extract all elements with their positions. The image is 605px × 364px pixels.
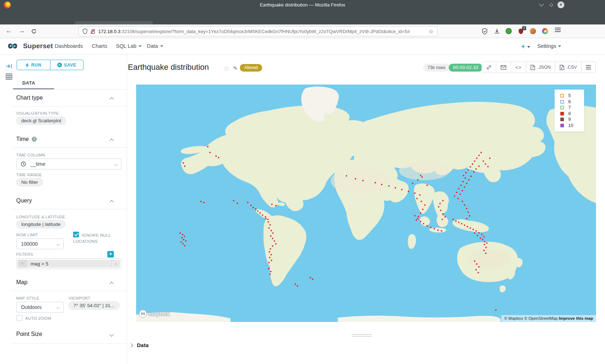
earthquake-point — [473, 171, 475, 173]
extension-green-icon[interactable] — [506, 28, 512, 34]
section-time[interactable]: Timei — [16, 136, 37, 142]
edit-title-icon[interactable]: ✎ — [233, 65, 238, 72]
window-titlebar: Earthquake distribution — Mozilla Firefo… — [0, 0, 605, 10]
nav-charts[interactable]: Charts — [92, 43, 107, 49]
extension-pinwheel-icon[interactable] — [542, 28, 548, 34]
viz-type-value[interactable]: deck.gl Scatterplot — [16, 117, 66, 125]
earthquake-point — [297, 285, 298, 287]
chevron-up-icon[interactable] — [109, 200, 113, 204]
row-limit-select[interactable]: 100000 — [16, 238, 64, 249]
menu-hamburger-icon[interactable] — [555, 29, 561, 36]
earthquake-point — [259, 212, 261, 214]
run-button[interactable]: RUN — [17, 60, 50, 70]
back-icon[interactable]: ← — [6, 27, 12, 35]
deckgl-scatter-map[interactable]: 5678910 m mapbox © Mapbox © OpenStreetMa… — [136, 85, 596, 322]
divider — [12, 147, 127, 148]
filter-control[interactable]: × mag > 5 › — [16, 258, 121, 269]
forward-icon[interactable]: → — [19, 27, 25, 35]
earthquake-point — [426, 225, 428, 227]
earthquake-point — [408, 191, 409, 192]
altered-badge[interactable]: Altered — [240, 64, 262, 72]
email-button[interactable] — [496, 62, 511, 73]
remove-filter-icon[interactable]: × — [18, 260, 27, 268]
superset-logo[interactable]: Superset — [5, 42, 53, 50]
earthquake-point — [265, 216, 266, 218]
chevron-up-icon[interactable] — [109, 97, 113, 101]
attrib-osm[interactable]: © OpenStreetMap — [524, 316, 558, 320]
nav-sql-lab[interactable]: SQL Lab — [116, 43, 142, 49]
dataset-grid-icon[interactable] — [6, 73, 12, 80]
window-close-icon[interactable]: × — [557, 1, 564, 8]
export-csv-button[interactable]: .CSV — [555, 62, 582, 73]
ublock-icon[interactable]: 2 — [518, 28, 524, 35]
panel-resize-handle[interactable] — [351, 334, 372, 338]
favorite-star-icon[interactable]: ☆ — [223, 64, 229, 73]
earthquake-point — [474, 260, 475, 262]
chevron-up-icon[interactable] — [109, 282, 113, 286]
earthquake-point — [463, 175, 464, 176]
export-json-button[interactable]: .JSON — [526, 62, 555, 73]
earthquake-point — [262, 214, 263, 216]
save-button[interactable]: + SAVE — [50, 60, 84, 70]
earthquake-point — [422, 209, 424, 210]
ignore-null-checkbox[interactable] — [73, 232, 79, 237]
auto-zoom-checkbox[interactable] — [17, 315, 22, 321]
section-chart-type[interactable]: Chart type — [16, 95, 43, 101]
reload-icon[interactable] — [31, 28, 37, 34]
url-text[interactable]: 172.18.0.3:32108/superset/explore/?form_… — [98, 29, 426, 34]
filter-value[interactable]: mag > 5 — [27, 261, 111, 267]
earthquake-point — [418, 216, 419, 217]
nav-data[interactable]: Data — [147, 43, 163, 49]
earthquake-point — [200, 201, 202, 202]
chevron-down-icon[interactable] — [109, 332, 113, 336]
earthquake-point — [466, 218, 467, 219]
copy-link-button[interactable] — [481, 62, 496, 73]
cookie-extension-icon[interactable] — [530, 28, 536, 34]
insecure-lock-icon[interactable] — [90, 28, 95, 34]
chart-menu-button[interactable] — [581, 62, 596, 73]
ignore-null-label-line2: LOCATIONS — [73, 239, 98, 244]
filters-label: FILTERS — [16, 252, 33, 256]
lonlat-value[interactable]: longitude | latitude — [16, 220, 66, 228]
earthquake-point — [271, 260, 272, 261]
add-new-button[interactable]: + — [521, 42, 530, 50]
attrib-mapbox[interactable]: © Mapbox — [504, 316, 523, 320]
chevron-right-icon[interactable]: › — [111, 260, 120, 268]
earthquake-point — [362, 180, 364, 181]
window-maximize-icon[interactable]: ◇ — [550, 2, 553, 7]
expand-datasource-icon[interactable] — [6, 63, 12, 69]
download-icon[interactable] — [494, 28, 500, 35]
map-legend: 5678910 — [555, 90, 584, 132]
mapbox-logo[interactable]: m mapbox — [139, 310, 170, 318]
data-panel-label: Data — [137, 342, 149, 348]
bookmark-star-icon[interactable]: ☆ — [429, 28, 434, 35]
data-collapse-toggle[interactable]: Data — [130, 342, 149, 348]
tab-data[interactable]: DATA — [22, 81, 35, 86]
viewport-value[interactable]: 7° 35' 54.02" | 31... — [68, 301, 120, 310]
file-json-icon — [530, 65, 535, 70]
nav-dashboards[interactable]: Dashboards — [55, 43, 83, 49]
nav-settings[interactable]: Settings — [537, 43, 561, 49]
browser-tab-strip: d Apache Druid × ∞ Earthquake distributi… — [0, 10, 605, 24]
map-style-select[interactable]: Outdoors — [16, 302, 64, 313]
embed-code-button[interactable]: <> — [511, 62, 526, 73]
earthquake-point — [269, 224, 271, 226]
section-map[interactable]: Map — [16, 279, 27, 286]
earthquake-point — [268, 262, 270, 263]
earthquake-point — [183, 162, 184, 164]
time-range-value[interactable]: No filter — [16, 178, 43, 186]
time-column-select[interactable]: __time — [16, 159, 121, 169]
earthquake-point — [440, 210, 442, 211]
tracking-shield-icon[interactable] — [82, 28, 88, 34]
chevron-up-icon[interactable] — [109, 138, 113, 142]
section-query[interactable]: Query — [16, 197, 32, 204]
add-filter-button[interactable]: + — [107, 251, 114, 258]
earthquake-point — [275, 205, 277, 206]
url-bar[interactable]: 172.18.0.3:32108/superset/explore/?form_… — [79, 26, 438, 36]
earthquake-point — [475, 168, 477, 170]
section-point-size[interactable]: Point Size — [16, 331, 42, 337]
pocket-shield-icon[interactable] — [481, 28, 488, 35]
window-minimize-icon[interactable] — [539, 2, 544, 6]
earthquake-point — [476, 158, 478, 159]
attrib-improve-link[interactable]: Improve this map — [559, 316, 593, 320]
